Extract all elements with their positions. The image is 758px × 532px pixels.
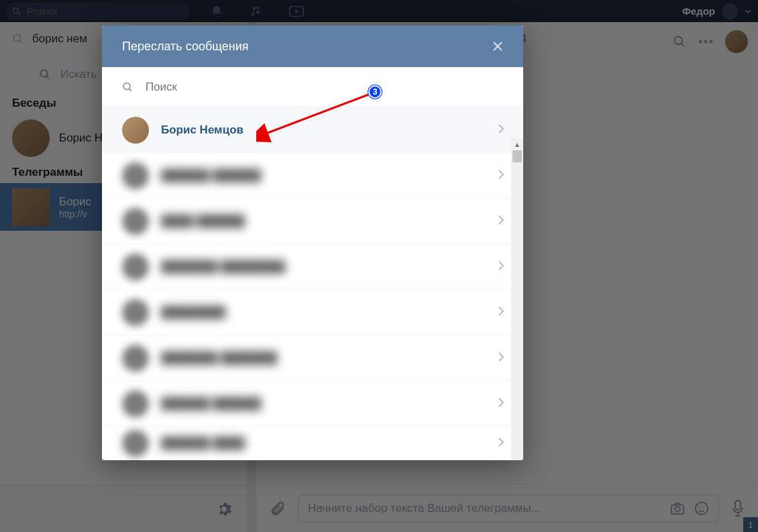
contact-name: ██████ ██████ xyxy=(161,397,261,411)
annotation-number: 3 xyxy=(373,87,378,97)
contact-item[interactable]: ████ ██████ xyxy=(102,199,523,244)
svg-line-22 xyxy=(264,94,370,134)
chevron-right-icon xyxy=(498,215,504,228)
avatar xyxy=(122,208,149,235)
chevron-right-icon xyxy=(498,437,504,450)
chevron-right-icon xyxy=(498,397,504,411)
contact-name: ███████ ████████ xyxy=(161,260,285,274)
modal-header: Переслать сообщения xyxy=(102,25,523,67)
avatar xyxy=(122,299,149,326)
annotation-badge: 3 xyxy=(368,85,382,99)
avatar xyxy=(122,117,149,144)
chevron-right-icon xyxy=(498,306,504,319)
modal-scrollbar[interactable]: ▲ ▼ xyxy=(511,138,523,460)
avatar xyxy=(122,254,149,280)
modal-contact-list: Борис Немцов ██████ ██████ ████ ██████ █… xyxy=(102,107,523,460)
contact-item[interactable]: ██████ ██████ xyxy=(102,153,523,199)
svg-point-20 xyxy=(123,83,130,89)
chevron-right-icon xyxy=(498,123,504,137)
contact-name: ██████ ██████ xyxy=(161,169,261,182)
search-icon xyxy=(122,81,133,93)
contact-name: ███████ ███████ xyxy=(161,352,277,365)
avatar xyxy=(122,390,149,417)
contact-item[interactable]: ███████ ████████ xyxy=(102,244,523,290)
contact-name: Борис Немцов xyxy=(161,123,243,137)
contact-name: ████████ xyxy=(161,306,225,319)
contact-name: ██████ ████ xyxy=(161,437,245,450)
chevron-right-icon xyxy=(498,260,504,274)
close-icon[interactable] xyxy=(492,41,503,52)
contact-item[interactable]: ████████ xyxy=(102,290,523,335)
contact-item[interactable]: ██████ ████ xyxy=(102,427,523,460)
contact-item[interactable]: ██████ ██████ xyxy=(102,381,523,427)
scroll-up-icon[interactable]: ▲ xyxy=(511,138,523,150)
chevron-right-icon xyxy=(498,169,504,182)
avatar xyxy=(122,345,149,372)
contact-name: ████ ██████ xyxy=(161,215,245,228)
chevron-right-icon xyxy=(498,352,504,365)
svg-line-21 xyxy=(129,89,132,91)
avatar xyxy=(122,430,149,457)
avatar xyxy=(122,162,149,189)
scroll-track[interactable] xyxy=(511,150,523,460)
scroll-thumb[interactable] xyxy=(512,150,522,162)
contact-item[interactable]: ███████ ███████ xyxy=(102,335,523,381)
modal-title: Переслать сообщения xyxy=(122,40,249,54)
